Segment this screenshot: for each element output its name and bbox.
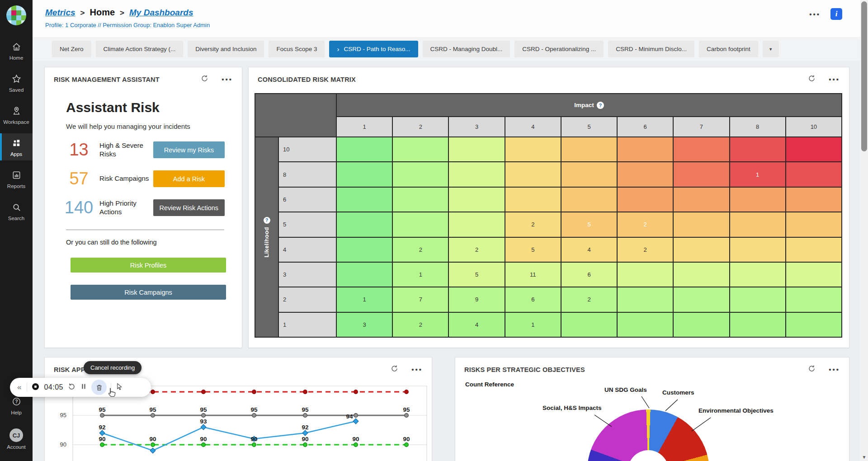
matrix-cell-l3-i1[interactable]: [337, 263, 392, 287]
matrix-cell-l2-i7[interactable]: [674, 287, 729, 311]
matrix-cell-l4-i2[interactable]: 2: [393, 238, 448, 262]
matrix-cell-l6-i10[interactable]: [786, 188, 841, 212]
matrix-cell-l4-i4[interactable]: 5: [505, 238, 561, 262]
matrix-cell-l5-i7[interactable]: [674, 212, 729, 236]
matrix-cell-l1-i10[interactable]: [786, 313, 841, 337]
matrix-cell-l4-i6[interactable]: 2: [618, 238, 673, 262]
matrix-cell-l6-i7[interactable]: [674, 188, 729, 212]
matrix-cell-l4-i1[interactable]: [337, 238, 392, 262]
restart-recording-icon[interactable]: [67, 382, 76, 393]
matrix-cell-l10-i1[interactable]: [337, 137, 392, 161]
cancel-recording-button[interactable]: [91, 380, 107, 395]
sidebar-item-reports[interactable]: Reports: [0, 165, 33, 193]
sidebar-item-account[interactable]: CJAccount: [0, 424, 33, 453]
tab-carbon-footprint[interactable]: Carbon footprint: [699, 41, 758, 57]
matrix-cell-l3-i5[interactable]: 6: [561, 263, 617, 287]
matrix-cell-l2-i2[interactable]: 7: [393, 287, 448, 311]
matrix-cell-l6-i1[interactable]: [337, 188, 392, 212]
refresh-icon[interactable]: [200, 74, 209, 85]
matrix-cell-l6-i8[interactable]: [730, 188, 785, 212]
sidebar-item-home[interactable]: Home: [0, 37, 33, 64]
matrix-cell-l6-i4[interactable]: [505, 188, 561, 212]
matrix-cell-l1-i8[interactable]: [730, 313, 785, 337]
matrix-cell-l10-i5[interactable]: [561, 137, 617, 161]
matrix-cell-l8-i4[interactable]: [505, 162, 561, 186]
tab-csrd-managing-doubl[interactable]: CSRD - Managing Doubl...: [423, 41, 510, 57]
tab-csrd-operationalizing[interactable]: CSRD - Operationalizing ...: [514, 41, 604, 57]
matrix-cell-l3-i2[interactable]: 1: [393, 263, 448, 287]
matrix-cell-l2-i10[interactable]: [786, 287, 841, 311]
matrix-cell-l2-i8[interactable]: [730, 287, 785, 311]
matrix-cell-l1-i6[interactable]: [618, 313, 673, 337]
matrix-cell-l5-i6[interactable]: 2: [618, 212, 673, 236]
impact-help-icon[interactable]: ?: [597, 102, 604, 109]
matrix-cell-l10-i8[interactable]: [730, 137, 785, 161]
matrix-cell-l8-i1[interactable]: [337, 162, 392, 186]
pause-recording-icon[interactable]: [80, 383, 87, 392]
matrix-cell-l4-i8[interactable]: [730, 238, 785, 262]
matrix-cell-l3-i6[interactable]: [618, 263, 673, 287]
matrix-cell-l6-i5[interactable]: [561, 188, 617, 212]
app-logo[interactable]: [6, 5, 26, 25]
matrix-cell-l8-i3[interactable]: [449, 162, 504, 186]
risk-profiles-button[interactable]: Risk Profiles: [71, 258, 226, 273]
matrix-cell-l5-i4[interactable]: 2: [505, 212, 561, 236]
matrix-cell-l8-i7[interactable]: [674, 162, 729, 186]
collapse-toolbar-icon[interactable]: «: [16, 383, 23, 392]
panel-menu-icon[interactable]: •••: [829, 75, 840, 83]
matrix-cell-l10-i10[interactable]: [786, 137, 841, 161]
matrix-cell-l5-i10[interactable]: [786, 212, 841, 236]
matrix-cell-l10-i7[interactable]: [674, 137, 729, 161]
matrix-cell-l1-i3[interactable]: 4: [449, 313, 504, 337]
tab-net-zero[interactable]: Net Zero: [52, 41, 91, 57]
breadcrumb-my-dashboards[interactable]: My Dashboards: [129, 8, 193, 18]
matrix-cell-l4-i5[interactable]: 4: [561, 238, 617, 262]
sidebar-item-workspace[interactable]: Workspace: [0, 101, 33, 128]
matrix-cell-l4-i7[interactable]: [674, 238, 729, 262]
matrix-cell-l8-i6[interactable]: [618, 162, 673, 186]
matrix-cell-l1-i5[interactable]: [561, 313, 617, 337]
matrix-cell-l6-i6[interactable]: [618, 188, 673, 212]
matrix-cell-l10-i2[interactable]: [393, 137, 448, 161]
breadcrumb-metrics[interactable]: Metrics: [45, 8, 75, 18]
panel-menu-icon[interactable]: •••: [829, 366, 840, 373]
matrix-cell-l4-i10[interactable]: [786, 238, 841, 262]
matrix-cell-l3-i7[interactable]: [674, 263, 729, 287]
matrix-cell-l3-i10[interactable]: [786, 263, 841, 287]
more-options-icon[interactable]: •••: [809, 10, 821, 18]
matrix-cell-l3-i4[interactable]: 11: [505, 263, 561, 287]
matrix-cell-l5-i5[interactable]: 5: [561, 212, 617, 236]
matrix-cell-l5-i3[interactable]: [449, 212, 504, 236]
matrix-cell-l2-i5[interactable]: 2: [561, 287, 617, 311]
tab-diversity-and-inclusion[interactable]: Diversity and Inclusion: [188, 41, 264, 57]
matrix-cell-l10-i6[interactable]: [618, 137, 673, 161]
matrix-cell-l5-i2[interactable]: [393, 212, 448, 236]
review-risk-actions-button[interactable]: Review Risk Actions: [153, 199, 225, 216]
stop-record-icon[interactable]: [31, 382, 40, 393]
matrix-cell-l3-i8[interactable]: [730, 263, 785, 287]
refresh-icon[interactable]: [807, 74, 816, 85]
matrix-cell-l1-i1[interactable]: 3: [337, 313, 392, 337]
tab-focus-scope-3[interactable]: Focus Scope 3: [269, 41, 325, 57]
sidebar-item-saved[interactable]: Saved: [0, 69, 33, 96]
refresh-icon[interactable]: [807, 364, 816, 375]
matrix-cell-l4-i3[interactable]: 2: [449, 238, 504, 262]
add-a-risk-button[interactable]: Add a Risk: [153, 170, 225, 187]
matrix-cell-l6-i2[interactable]: [393, 188, 448, 212]
matrix-cell-l1-i2[interactable]: 2: [393, 313, 448, 337]
sidebar-item-apps[interactable]: Apps: [0, 133, 33, 160]
cursor-select-icon[interactable]: [115, 382, 123, 392]
matrix-cell-l2-i4[interactable]: 6: [505, 287, 561, 311]
tab-csrd-minimum-disclo[interactable]: CSRD - Minimum Disclo...: [608, 41, 694, 57]
matrix-cell-l5-i1[interactable]: [337, 212, 392, 236]
matrix-cell-l5-i8[interactable]: [730, 212, 785, 236]
tab-csrd-path-to-reaso[interactable]: ›CSRD - Path to Reaso...: [329, 41, 418, 57]
matrix-cell-l2-i6[interactable]: [618, 287, 673, 311]
matrix-cell-l1-i7[interactable]: [674, 313, 729, 337]
matrix-cell-l3-i3[interactable]: 5: [449, 263, 504, 287]
matrix-cell-l8-i5[interactable]: [561, 162, 617, 186]
tab-overflow-dropdown[interactable]: ▼: [763, 41, 779, 57]
likelihood-help-icon[interactable]: ?: [264, 217, 270, 224]
matrix-cell-l2-i3[interactable]: 9: [449, 287, 504, 311]
matrix-cell-l2-i1[interactable]: 1: [337, 287, 392, 311]
